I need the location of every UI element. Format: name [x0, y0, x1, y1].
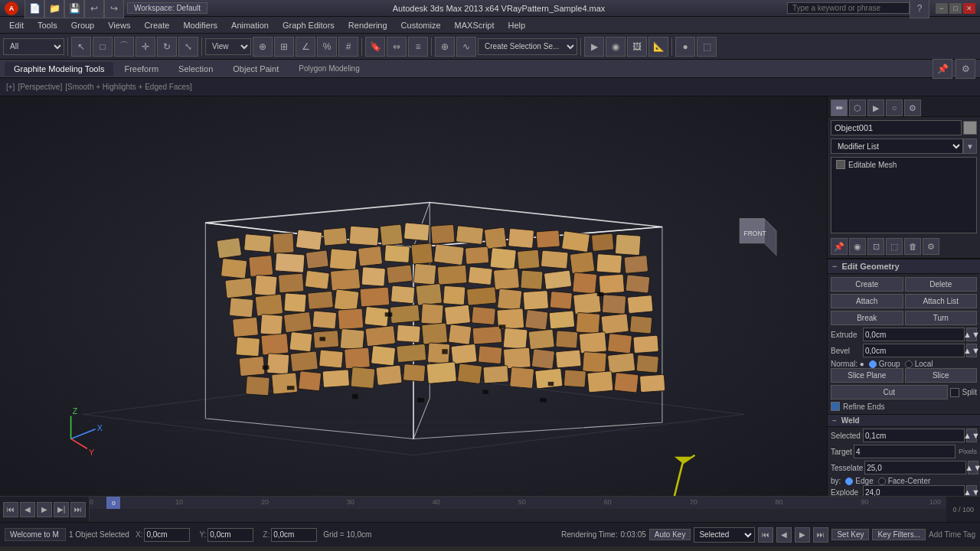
mirror-btn[interactable]: ⇔ [387, 37, 407, 57]
render-to-tex-btn[interactable]: 📐 [648, 37, 668, 57]
group-radio[interactable]: Group [869, 360, 900, 368]
show-end-result-btn[interactable]: ⊡ [867, 238, 884, 255]
selection-filter-dropdown[interactable]: All [3, 38, 64, 55]
tesselate-input[interactable] [864, 461, 966, 474]
timeline-position-slider[interactable]: 0 [106, 497, 120, 509]
menu-tools[interactable]: Tools [31, 19, 64, 31]
local-radio[interactable]: Local [905, 360, 933, 368]
select-region-btn[interactable]: □ [93, 37, 113, 57]
menu-help[interactable]: Help [502, 19, 532, 31]
new-file-btn[interactable]: 📄 [24, 0, 44, 18]
extrude-input[interactable] [863, 328, 965, 341]
object-color-swatch[interactable] [963, 121, 977, 135]
select-lasso-btn[interactable]: ⌒ [114, 37, 134, 57]
go-end-btn2[interactable]: ⏭ [813, 527, 828, 543]
select-scale-btn[interactable]: ⤡ [178, 37, 198, 57]
extrude-spin[interactable]: ▲▼ [966, 328, 977, 341]
menu-graph-editors[interactable]: Graph Editors [276, 19, 341, 31]
undo-btn[interactable]: ↩ [84, 0, 104, 18]
autokey-btn[interactable]: Auto Key [649, 529, 691, 540]
go-end-btn[interactable]: ⏭ [70, 502, 86, 517]
menu-rendering[interactable]: Rendering [342, 19, 394, 31]
render-frame-btn[interactable]: 🖼 [627, 37, 647, 57]
render-setup-btn[interactable]: ▶ [584, 37, 604, 57]
panel-tab-display[interactable]: ○ [886, 99, 903, 116]
cut-btn[interactable]: Cut [831, 385, 948, 399]
reference-coord-dropdown[interactable]: View [205, 38, 251, 55]
face-center-radio[interactable]: Face-Center [878, 477, 931, 485]
panel-tab-hierarchy[interactable]: ⬡ [849, 99, 866, 116]
key-filters-btn[interactable]: Key Filters... [872, 529, 926, 540]
close-btn[interactable]: ✕ [963, 3, 975, 14]
y-coord-input[interactable] [207, 528, 253, 542]
configure-btn[interactable]: ⚙ [923, 238, 939, 255]
set-key-btn[interactable]: Set Key [831, 529, 869, 540]
prev-frame-btn[interactable]: ◀ [20, 502, 35, 517]
weld-selected-spin[interactable]: ▲▼ [966, 429, 977, 442]
ribbon-tab-selection[interactable]: Selection [169, 62, 222, 76]
select-move-btn[interactable]: ✛ [136, 37, 155, 57]
align-btn[interactable]: ≡ [408, 37, 428, 57]
weld-selected-input[interactable] [863, 429, 965, 442]
refine-ends-checkbox[interactable] [831, 402, 840, 411]
explode-input[interactable] [863, 485, 965, 496]
go-start-btn[interactable]: ⏮ [3, 502, 18, 517]
delete-btn[interactable]: Delete [905, 277, 978, 292]
go-start-btn2[interactable]: ⏮ [758, 527, 773, 543]
snap-3d-btn[interactable]: ⊞ [274, 37, 294, 57]
menu-modifiers[interactable]: Modifiers [177, 19, 224, 31]
explode-spin[interactable]: ▲▼ [966, 485, 977, 496]
render-btn[interactable]: ◉ [606, 37, 626, 57]
weld-target-input[interactable] [854, 445, 956, 458]
edit-geometry-section-header[interactable]: − Edit Geometry [828, 259, 980, 274]
select-rotate-btn[interactable]: ↻ [157, 37, 177, 57]
menu-maxscript[interactable]: MAXScript [449, 19, 501, 31]
menu-customize[interactable]: Customize [395, 19, 447, 31]
viewport[interactable]: X Y Z FRONT [0, 96, 827, 496]
slice-btn[interactable]: Slice [905, 368, 978, 383]
x-coord-input[interactable] [144, 528, 190, 542]
search-input[interactable] [787, 2, 910, 14]
pin-stack-btn[interactable]: 📌 [831, 238, 848, 255]
create-selection-set-dropdown[interactable]: Create Selection Se... [478, 38, 577, 55]
bevel-input[interactable] [863, 344, 965, 357]
maximize-btn[interactable]: □ [949, 3, 962, 14]
prev-key-btn[interactable]: ◀ [776, 527, 792, 543]
viewport-label-shading[interactable]: [Smooth + Highlights + Edged Faces] [65, 83, 192, 91]
minimize-btn[interactable]: − [936, 3, 948, 14]
redo-btn[interactable]: ↪ [104, 0, 124, 18]
open-file-btn[interactable]: 📁 [44, 0, 64, 18]
modifier-arrow-btn[interactable]: ▼ [963, 139, 977, 154]
open-mat-editor-btn[interactable]: ● [675, 37, 695, 57]
edit-named-btn[interactable]: 🔖 [365, 37, 385, 57]
modifier-list-dropdown[interactable]: Modifier List [831, 139, 963, 154]
play-btn[interactable]: ▶ [37, 502, 52, 517]
selected-dropdown[interactable]: Selected [694, 527, 755, 543]
show-result-btn[interactable]: ◉ [849, 238, 866, 255]
attach-btn[interactable]: Attach [831, 294, 903, 308]
menu-group[interactable]: Group [65, 19, 101, 31]
curve-editor-btn[interactable]: ∿ [456, 37, 476, 57]
next-frame-btn[interactable]: ▶| [54, 502, 69, 517]
ribbon-settings-btn[interactable]: ⚙ [956, 59, 975, 79]
menu-edit[interactable]: Edit [3, 19, 30, 31]
attach-list-btn[interactable]: Attach List [905, 294, 978, 308]
viewport-label-plus[interactable]: [+] [6, 83, 15, 91]
edge-radio[interactable]: Edge [845, 477, 873, 485]
bevel-spin[interactable]: ▲▼ [966, 344, 977, 357]
remove-modifier-btn[interactable]: 🗑 [904, 238, 921, 255]
panel-tab-motion[interactable]: ▶ [867, 99, 884, 116]
pivot-btn[interactable]: ⊕ [253, 37, 273, 57]
next-key-btn[interactable]: ▶ [795, 527, 810, 543]
add-time-tag-btn[interactable]: Add Time Tag [929, 530, 975, 539]
turn-btn[interactable]: Turn [905, 311, 978, 325]
workspace-button[interactable]: Workspace: Default [127, 2, 207, 14]
tesselate-spin[interactable]: ▲▼ [968, 461, 978, 474]
split-checkbox[interactable] [950, 388, 959, 397]
menu-create[interactable]: Create [138, 19, 175, 31]
spinner-snap-btn[interactable]: # [338, 37, 358, 57]
z-coord-input[interactable] [271, 528, 317, 542]
viewport-label-perspective[interactable]: [Perspective] [18, 83, 62, 91]
slice-plane-btn[interactable]: Slice Plane [831, 368, 903, 383]
create-btn[interactable]: Create [831, 277, 903, 292]
